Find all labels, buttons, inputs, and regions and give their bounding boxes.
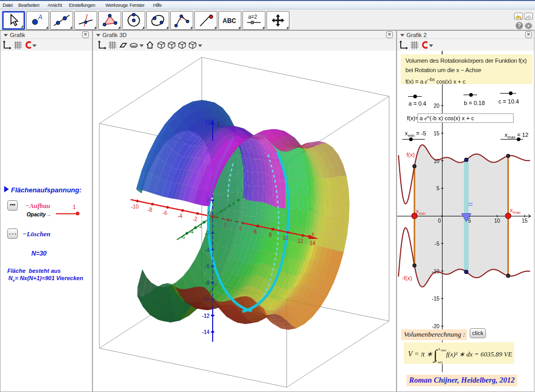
svg-text:f(x)² ∗ dx = 6035.89 VE: f(x)² ∗ dx = 6035.89 VE	[446, 351, 512, 358]
svg-text:x: x	[438, 347, 440, 351]
svg-text:ABC: ABC	[223, 17, 236, 25]
svg-text:V = π ∗: V = π ∗	[408, 350, 433, 358]
svg-text:min: min	[438, 361, 443, 364]
svg-text:x: x	[435, 359, 437, 363]
svg-text:max: max	[441, 349, 446, 352]
svg-text:A: A	[38, 14, 42, 21]
svg-text:a=2: a=2	[248, 14, 257, 20]
